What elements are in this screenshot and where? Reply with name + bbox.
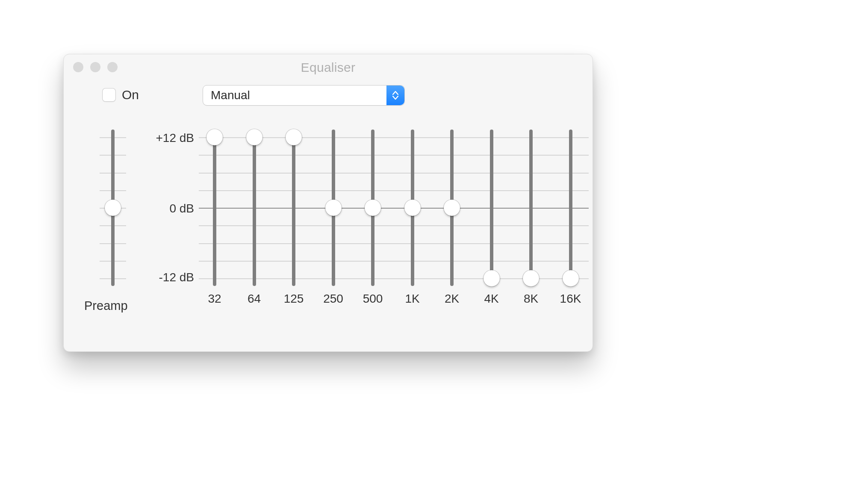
slider-track [292, 130, 295, 286]
band-label-64: 64 [235, 292, 274, 306]
slider-track [213, 130, 216, 286]
band-label-4K: 4K [472, 292, 511, 306]
band-label-2K: 2K [432, 292, 472, 306]
scale-label-top: +12 dB [143, 131, 194, 145]
band-slider-500[interactable] [364, 130, 382, 297]
preset-selected-label: Manual [203, 88, 386, 102]
preamp-label: Preamp [84, 299, 128, 313]
slider-track [253, 130, 256, 286]
band-label-8K: 8K [511, 292, 551, 306]
slider-track [529, 130, 533, 286]
controls-row: On Manual [64, 85, 593, 111]
band-label-32: 32 [195, 292, 234, 306]
equaliser-window: Equaliser On Manual +12 dB 0 dB -12 dB [63, 54, 593, 352]
band-label-250: 250 [314, 292, 353, 306]
scale-label-bot: -12 dB [143, 271, 194, 284]
slider-thumb[interactable] [444, 200, 460, 216]
band-slider-125[interactable] [285, 130, 303, 297]
titlebar: Equaliser [64, 54, 593, 79]
minimize-icon[interactable] [90, 62, 100, 72]
slider-thumb[interactable] [206, 129, 223, 145]
slider-track [569, 130, 572, 286]
slider-thumb[interactable] [286, 129, 302, 145]
band-label-16K: 16K [551, 292, 590, 306]
slider-thumb[interactable] [484, 270, 500, 286]
slider-thumb[interactable] [105, 200, 121, 216]
slider-thumb[interactable] [325, 200, 342, 216]
zoom-icon[interactable] [107, 62, 118, 72]
close-icon[interactable] [73, 62, 83, 72]
slider-track [490, 130, 493, 286]
band-slider-64[interactable] [245, 130, 263, 297]
slider-thumb[interactable] [246, 129, 262, 145]
preset-select[interactable]: Manual [203, 85, 405, 106]
scale-label-mid: 0 dB [143, 202, 194, 215]
band-slider-1K[interactable] [404, 130, 422, 297]
on-checkbox[interactable] [102, 88, 116, 102]
band-slider-4K[interactable] [483, 130, 501, 297]
band-slider-16K[interactable] [562, 130, 580, 297]
band-label-1K: 1K [393, 292, 432, 306]
band-slider-8K[interactable] [522, 130, 540, 297]
slider-thumb[interactable] [365, 200, 381, 216]
on-label: On [122, 88, 139, 102]
band-slider-32[interactable] [206, 130, 224, 297]
preamp-slider[interactable] [104, 130, 122, 297]
slider-thumb[interactable] [523, 270, 539, 286]
window-title: Equaliser [301, 60, 356, 75]
slider-thumb[interactable] [404, 200, 421, 216]
band-label-500: 500 [353, 292, 392, 306]
band-slider-2K[interactable] [443, 130, 461, 297]
slider-thumb[interactable] [563, 270, 579, 286]
band-label-125: 125 [274, 292, 313, 306]
band-slider-250[interactable] [324, 130, 342, 297]
eq-area: +12 dB 0 dB -12 dB Preamp 32641252505001… [64, 123, 593, 336]
chevron-up-down-icon [386, 85, 404, 105]
window-controls [73, 62, 118, 72]
